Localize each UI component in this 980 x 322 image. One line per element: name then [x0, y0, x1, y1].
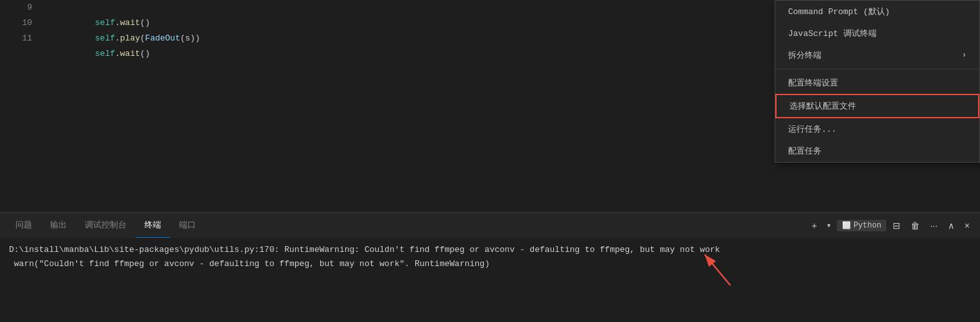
- menu-item-label: Command Prompt (默认): [788, 6, 890, 17]
- tab-problems[interactable]: 问题: [6, 213, 41, 238]
- tab-ports[interactable]: 端口: [170, 213, 205, 238]
- line-number-11: 11: [6, 31, 32, 46]
- terminal-icon: ⬜: [842, 221, 851, 229]
- menu-item-command-prompt[interactable]: Command Prompt (默认): [775, 1, 979, 22]
- trash-icon: 🗑: [911, 220, 920, 231]
- menu-item-label: 配置任务: [788, 145, 821, 157]
- menu-item-configure-task[interactable]: 配置任务: [775, 140, 979, 162]
- menu-item-label: 配置终端设置: [788, 77, 838, 89]
- add-terminal-button[interactable]: +: [808, 218, 821, 233]
- menu-item-configure-terminal[interactable]: 配置终端设置: [775, 72, 979, 94]
- more-actions-button[interactable]: ···: [926, 218, 941, 233]
- split-icon: ⊟: [893, 220, 900, 231]
- tab-label: 端口: [179, 220, 196, 230]
- ellipsis-icon: ···: [930, 220, 938, 231]
- tab-debug-console[interactable]: 调试控制台: [76, 213, 135, 238]
- close-panel-button[interactable]: ×: [961, 218, 974, 233]
- menu-item-js-debug[interactable]: JavaScript 调试终端: [775, 22, 979, 44]
- menu-item-select-default-profile[interactable]: 选择默认配置文件: [775, 94, 979, 118]
- chevron-down-icon: ▾: [827, 222, 830, 229]
- terminal-area: D:\install\manba\Lib\site-packages\pydub…: [0, 238, 980, 322]
- terminal-line-1: D:\install\manba\Lib\site-packages\pydub…: [9, 243, 971, 257]
- line-number-10: 10: [6, 15, 32, 31]
- chevron-icon: ›: [962, 51, 967, 60]
- line-number-9: 9: [6, 0, 32, 15]
- split-terminal-button[interactable]: ⊟: [889, 218, 904, 233]
- code-line-9: self.wait(): [45, 0, 732, 15]
- menu-item-split-terminal[interactable]: 拆分终端 ›: [775, 44, 979, 66]
- delete-terminal-button[interactable]: 🗑: [907, 218, 924, 233]
- tab-terminal[interactable]: 终端: [135, 213, 170, 238]
- terminal-line-2: warn("Couldn't find ffmpeg or avconv - d…: [9, 257, 971, 271]
- menu-item-label: 选择默认配置文件: [789, 100, 856, 112]
- menu-item-label: 拆分终端: [788, 49, 821, 61]
- line-numbers: 9 10 11: [0, 0, 39, 212]
- code-content: self.wait() self.play(FadeOut(s)) self.w…: [39, 0, 732, 212]
- menu-item-label: JavaScript 调试终端: [788, 28, 877, 39]
- panel-tab-actions: + ▾ ⬜ Python ⊟ 🗑 ··· ∧ ×: [808, 218, 980, 233]
- tab-label: 终端: [144, 220, 161, 230]
- menu-item-run-task[interactable]: 运行任务...: [775, 118, 979, 140]
- tab-label: 问题: [15, 220, 32, 230]
- context-menu: Command Prompt (默认) JavaScript 调试终端 拆分终端…: [775, 0, 980, 163]
- code-editor: 9 10 11 self.wait() self.play(FadeOut(s)…: [0, 0, 732, 212]
- python-label: Python: [854, 221, 881, 230]
- chevron-up-icon: ∧: [948, 220, 954, 231]
- tab-output[interactable]: 输出: [41, 213, 76, 238]
- python-badge: ⬜ Python: [837, 220, 886, 231]
- panel-tabs-bar: 问题 输出 调试控制台 终端 端口 + ▾ ⬜ Python ⊟ 🗑 ···: [0, 212, 980, 238]
- menu-separator-1: [775, 69, 979, 69]
- plus-icon: +: [812, 220, 817, 231]
- collapse-panel-button[interactable]: ∧: [944, 218, 958, 233]
- tab-label: 输出: [50, 220, 67, 230]
- close-icon: ×: [965, 220, 970, 231]
- terminal-dropdown-button[interactable]: ▾: [823, 219, 834, 231]
- tab-label: 调试控制台: [85, 220, 126, 230]
- menu-item-label: 运行任务...: [788, 123, 836, 135]
